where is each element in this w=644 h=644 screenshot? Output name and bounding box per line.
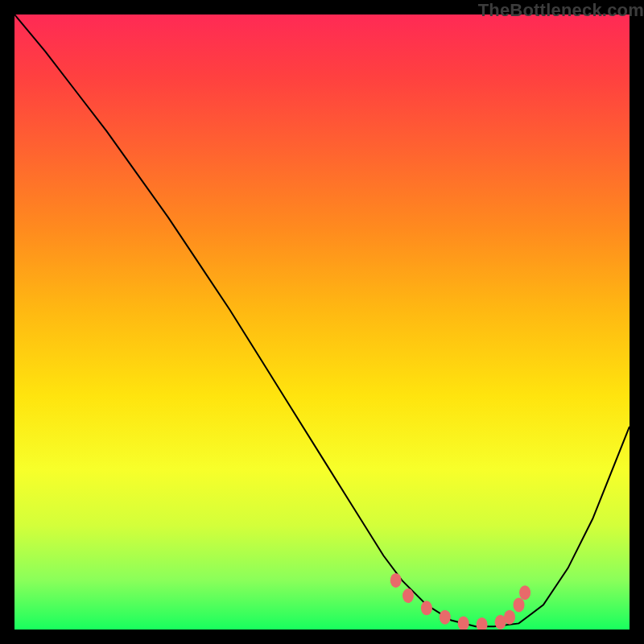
highlight-dot — [458, 616, 469, 630]
watermark-text: TheBottleneck.com — [478, 0, 644, 21]
highlight-dot — [477, 617, 488, 630]
highlight-dot — [504, 610, 515, 625]
highlight-dot — [514, 597, 525, 612]
chart-container: TheBottleneck.com — [0, 0, 644, 644]
highlight-dot — [440, 610, 451, 625]
bottleneck-curve — [14, 14, 630, 626]
highlight-dot — [421, 601, 432, 615]
highlight-dot — [402, 588, 414, 603]
curve-layer — [14, 14, 630, 630]
plot-gradient-background — [14, 14, 630, 630]
highlight-dot — [390, 573, 402, 588]
highlight-dot — [519, 585, 530, 600]
dot-group — [390, 573, 530, 630]
